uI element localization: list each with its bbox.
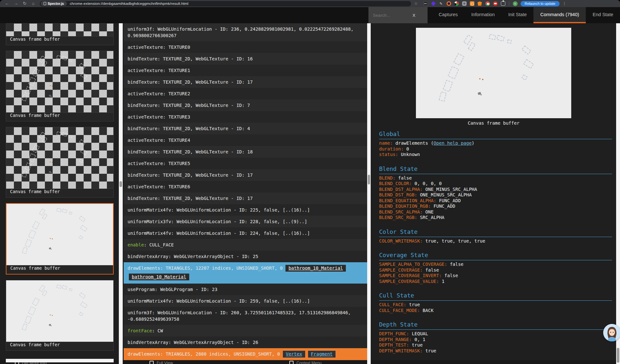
command-row[interactable]: bindTexture: TEXTURE_2D, WebGLTexture - … bbox=[124, 123, 367, 134]
command-list-scrollbar-thumb[interactable] bbox=[368, 175, 370, 184]
section-rule bbox=[379, 139, 612, 139]
tab-end-state[interactable]: End State bbox=[586, 7, 620, 23]
command-row[interactable]: frontFace: CW bbox=[124, 325, 367, 337]
section-title-coverage-state: Coverage State bbox=[379, 252, 612, 258]
command-row[interactable]: bindTexture: TEXTURE_2D, WebGLTexture - … bbox=[124, 53, 367, 65]
sidebar-scrollbar[interactable] bbox=[119, 23, 123, 364]
state-panel-scrollbar-thumb[interactable] bbox=[617, 348, 619, 363]
bookmark-star-icon[interactable]: ☆ bbox=[414, 1, 418, 6]
omnibox[interactable]: Spector.js chrome-extension://denbgaamih… bbox=[40, 1, 411, 6]
extension-name-chip[interactable]: Spector.js bbox=[41, 1, 67, 6]
state-entry: DEPTH_TEST: true bbox=[379, 342, 612, 348]
state-key: SAMPLE_COVERAGE_VALUE: bbox=[379, 279, 442, 284]
command-keyword: enable bbox=[128, 242, 144, 247]
framebuffer-thumbnail[interactable]: Canvas frame buffer bbox=[6, 280, 114, 351]
command-row[interactable]: activeTexture: TEXTURE3 bbox=[124, 111, 367, 123]
chrome-colors-extension-icon[interactable] bbox=[485, 1, 490, 6]
command-row[interactable]: uniform3f: WebGLUniformLocation - ID: 26… bbox=[124, 307, 367, 325]
color-wheel-extension-icon[interactable] bbox=[454, 1, 459, 6]
state-entry: SAMPLE_COVERAGE_INVERT: false bbox=[379, 273, 612, 279]
command-chip-vertex[interactable]: Vertex bbox=[283, 351, 305, 358]
assistant-avatar-overlay[interactable] bbox=[603, 324, 620, 341]
tab-strip: CapturesInformationInit StateCommands (7… bbox=[432, 7, 620, 23]
search-box: X bbox=[368, 7, 428, 23]
command-row[interactable]: bindTexture: TEXTURE_2D, WebGLTexture - … bbox=[124, 146, 367, 158]
framebuffer-thumbnail[interactable]: Canvas frame buffer bbox=[6, 23, 114, 45]
red-shield-extension-icon[interactable] bbox=[493, 1, 498, 6]
browser-menu-icon[interactable]: ⋮ bbox=[563, 1, 566, 6]
state-entry: BLEND_EQUATION_RGB: FUNC_ADD bbox=[379, 203, 612, 209]
command-chip-bathroom_10_material[interactable]: bathroom_10_Material bbox=[129, 274, 189, 280]
extensions-puzzle-icon[interactable] bbox=[501, 1, 505, 6]
command-list-scrollbar[interactable] bbox=[367, 23, 371, 364]
command-row[interactable]: bindTexture: TEXTURE_2D, WebGLTexture - … bbox=[124, 192, 367, 204]
command-row[interactable]: activeTexture: TEXTURE2 bbox=[124, 88, 367, 99]
command-row[interactable]: activeTexture: TEXTURE4 bbox=[124, 134, 367, 146]
orange-badge-extension-icon[interactable] bbox=[470, 1, 474, 6]
section-rule bbox=[379, 329, 612, 330]
state-key: duration: bbox=[379, 146, 406, 151]
search-input[interactable] bbox=[368, 13, 412, 18]
url-text: chrome-extension://denbgaamihkadbghdcegg… bbox=[70, 2, 188, 5]
checkbox-icon[interactable] bbox=[150, 361, 154, 364]
command-row-drawelements[interactable]: drawElements: TRIANGLES, 12207 indices, … bbox=[124, 262, 367, 284]
thumbnail-label: Canvas frame buffer bbox=[6, 189, 113, 197]
tab-captures[interactable]: Captures bbox=[432, 7, 465, 23]
command-row[interactable]: bindTexture: TEXTURE_2D, WebGLTexture - … bbox=[124, 76, 367, 88]
command-row[interactable]: uniform3f: WebGLUniformLocation - ID: 23… bbox=[124, 23, 367, 41]
command-row[interactable]: uniformMatrix4fv: WebGLUniformLocation -… bbox=[124, 295, 367, 307]
command-row[interactable]: bindTexture: TEXTURE_2D, WebGLTexture - … bbox=[124, 99, 367, 111]
thumbnail-label: Canvas frame buffer bbox=[6, 36, 113, 45]
screen-reader-extension-icon[interactable]: oo bbox=[423, 1, 428, 6]
search-clear-button[interactable]: X bbox=[413, 13, 416, 18]
sidebar-scrollbar-thumb[interactable] bbox=[119, 181, 122, 187]
section-title-global: Global bbox=[379, 130, 612, 137]
state-key: BLEND_SRC_ALPHA: bbox=[379, 209, 425, 214]
command-row[interactable]: activeTexture: TEXTURE0 bbox=[124, 41, 367, 53]
open-help-page-link[interactable]: Open help page bbox=[434, 140, 472, 146]
command-row[interactable]: useProgram: WebGLProgram - ID: 23 bbox=[124, 284, 367, 295]
bottom-option-context-menu[interactable]: Context Menu bbox=[289, 361, 322, 364]
camera-extension-icon[interactable] bbox=[462, 1, 467, 6]
relaunch-to-update-button[interactable]: Relaunch to update bbox=[521, 1, 560, 6]
command-chip-bathroom_10_material[interactable]: bathroom_10_Material bbox=[285, 265, 346, 272]
metamask-fox-extension-icon[interactable] bbox=[478, 1, 482, 6]
framebuffer-thumbnail[interactable]: Canvas frame buffer bbox=[6, 51, 114, 121]
state-entry: DEPTH_FUNC: LEQUAL bbox=[379, 331, 612, 337]
command-chip-fragment[interactable]: Fragment bbox=[308, 351, 336, 358]
thumbnail-image bbox=[6, 204, 113, 265]
framebuffer-thumbnail[interactable]: Canvas frame buffer bbox=[6, 127, 114, 198]
profile-avatar[interactable]: s bbox=[513, 1, 518, 6]
command-row[interactable]: enable: CULL_FACE bbox=[124, 239, 367, 251]
command-row[interactable]: bindVertexArray: WebGLVertexArrayObject … bbox=[124, 251, 367, 262]
sidebar-horizontal-scrollbar[interactable] bbox=[6, 359, 114, 362]
framebuffer-thumbnail-selected[interactable]: Canvas frame buffer bbox=[6, 203, 114, 275]
command-row[interactable]: uniformMatrix3fv: WebGLUniformLocation -… bbox=[124, 216, 367, 227]
command-row[interactable]: activeTexture: TEXTURE5 bbox=[124, 158, 367, 169]
command-row[interactable]: uniformMatrix4fv: WebGLUniformLocation -… bbox=[124, 204, 367, 216]
back-icon[interactable]: ← bbox=[5, 0, 9, 7]
bottom-option-full-view[interactable]: Full View bbox=[150, 361, 173, 364]
tab-information[interactable]: Information bbox=[464, 7, 501, 23]
command-row[interactable]: bindTexture: TEXTURE_2D, WebGLTexture - … bbox=[124, 169, 367, 181]
purple-diamond-extension-icon[interactable] bbox=[431, 1, 436, 6]
command-row-drawelements[interactable]: drawElements: TRIANGLES, 2880 indices, U… bbox=[124, 348, 367, 360]
state-entry: BLEND_DST_RGB: ONE_MINUS_SRC_ALPHA bbox=[379, 192, 612, 198]
framebuffer-preview: Canvas frame buffer bbox=[416, 28, 571, 126]
bottom-option-label: Context Menu bbox=[296, 361, 322, 364]
state-panel-scrollbar[interactable] bbox=[616, 23, 620, 364]
command-row[interactable]: bindVertexArray: WebGLVertexArrayObject … bbox=[124, 337, 367, 348]
tab-commands-7940[interactable]: Commands (7940) bbox=[533, 7, 586, 23]
reload-icon[interactable]: ↻ bbox=[23, 0, 26, 7]
camera-lens-extension-icon[interactable] bbox=[447, 1, 451, 6]
state-key: BLEND_COLOR: bbox=[379, 181, 415, 186]
command-row[interactable]: uniformMatrix4fv: WebGLUniformLocation -… bbox=[124, 227, 367, 239]
spector-toolbar: X CapturesInformationInit StateCommands … bbox=[0, 7, 620, 23]
eyedropper-extension-icon[interactable]: ✎ bbox=[439, 1, 443, 6]
forward-icon[interactable]: → bbox=[14, 0, 18, 7]
command-row[interactable]: activeTexture: TEXTURE6 bbox=[124, 181, 367, 192]
checkbox-icon[interactable] bbox=[289, 361, 294, 364]
tab-init-state[interactable]: Init State bbox=[501, 7, 533, 23]
home-icon[interactable]: ⌂ bbox=[32, 0, 35, 7]
command-row[interactable]: activeTexture: TEXTURE1 bbox=[124, 65, 367, 76]
